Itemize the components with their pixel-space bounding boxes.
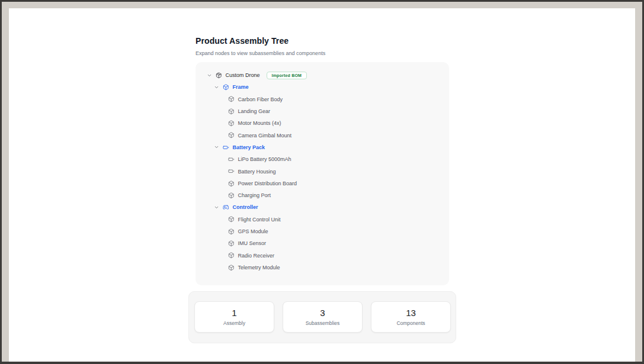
node-label: Charging Port xyxy=(238,192,271,198)
node-label: Battery Housing xyxy=(238,169,276,175)
box-icon xyxy=(228,265,235,271)
expander[interactable] xyxy=(207,73,212,78)
tree-node-component[interactable]: Motor Mounts (4x) xyxy=(196,117,449,129)
stat-value: 13 xyxy=(406,308,416,318)
tree-node-component[interactable]: Carbon Fiber Body xyxy=(196,94,449,105)
tree-node-subassembly[interactable]: Controller xyxy=(196,201,449,213)
stat-label: Components xyxy=(396,320,425,326)
tree-node-component[interactable]: Charging Port xyxy=(196,189,449,201)
node-label: Flight Control Unit xyxy=(238,217,281,223)
battery-icon xyxy=(223,144,229,151)
tree-node-component[interactable]: Camera Gimbal Mount xyxy=(196,129,449,141)
tree-node-component[interactable]: Landing Gear xyxy=(196,105,449,117)
page-title: Product Assembly Tree xyxy=(196,36,462,46)
box-icon xyxy=(228,181,235,187)
battery-icon-wrap xyxy=(228,168,235,175)
stat-card-assembly: 1 Assembly xyxy=(194,301,274,333)
battery-icon xyxy=(228,168,235,175)
stats-strip: 1 Assembly 3 Subassemblies 13 Components xyxy=(188,291,456,343)
expander[interactable] xyxy=(214,144,219,150)
gamepad-icon xyxy=(223,204,229,211)
tree-node-component[interactable]: Flight Control Unit xyxy=(196,214,449,226)
node-label: Carbon Fiber Body xyxy=(238,96,283,102)
stat-value: 3 xyxy=(320,308,325,318)
tree-node-component[interactable]: Battery Housing xyxy=(196,165,449,177)
node-label: Battery Pack xyxy=(233,144,265,150)
window-frame: Product Assembly Tree Expand nodes to vi… xyxy=(2,2,642,362)
box-icon-wrap xyxy=(228,120,235,127)
stat-card-components: 13 Components xyxy=(371,301,451,333)
box-icon-wrap xyxy=(228,252,235,259)
node-label: Custom Drone xyxy=(226,72,260,78)
tree-node-assembly[interactable]: Custom DroneImported BOM xyxy=(196,69,449,81)
box-icon xyxy=(228,96,235,102)
box-icon-wrap xyxy=(228,181,235,187)
stat-label: Subassemblies xyxy=(306,320,340,326)
box-icon xyxy=(228,120,235,127)
node-label: Motor Mounts (4x) xyxy=(238,120,281,126)
chevron-down-icon[interactable] xyxy=(207,73,212,78)
battery-icon-wrap xyxy=(223,144,229,151)
box-icon-wrap xyxy=(228,240,235,247)
stat-label: Assembly xyxy=(223,320,245,326)
box-icon xyxy=(228,240,235,247)
box-icon-wrap xyxy=(228,96,235,102)
chevron-down-icon[interactable] xyxy=(214,85,219,90)
package-icon xyxy=(216,72,222,79)
node-label: LiPo Battery 5000mAh xyxy=(238,156,291,162)
node-label: Radio Receiver xyxy=(238,253,275,259)
box-icon xyxy=(228,132,235,138)
gamepad-icon-wrap xyxy=(223,204,229,211)
node-label: Landing Gear xyxy=(238,108,271,114)
tree-node-subassembly[interactable]: Frame xyxy=(196,81,449,93)
box-icon xyxy=(228,252,235,259)
box-icon-wrap xyxy=(228,132,235,138)
node-label: Power Distribution Board xyxy=(238,181,297,186)
tree-node-component[interactable]: Power Distribution Board xyxy=(196,178,449,189)
expander[interactable] xyxy=(214,205,219,210)
box-icon-wrap xyxy=(223,84,229,91)
page-subtitle: Expand nodes to view subassemblies and c… xyxy=(196,50,462,56)
box-icon xyxy=(228,216,235,223)
battery-icon-wrap xyxy=(228,156,235,163)
box-icon-wrap xyxy=(228,216,235,223)
node-label: Telemetry Module xyxy=(238,265,280,270)
tree-node-component[interactable]: Radio Receiver xyxy=(196,249,449,261)
box-icon xyxy=(228,192,235,199)
page-background: Product Assembly Tree Expand nodes to vi… xyxy=(9,8,635,362)
chevron-down-icon[interactable] xyxy=(214,144,219,150)
box-icon-wrap xyxy=(228,228,235,235)
node-label: Camera Gimbal Mount xyxy=(238,133,292,138)
stat-card-subassemblies: 3 Subassemblies xyxy=(283,301,363,333)
node-label: Frame xyxy=(233,84,249,90)
page-header: Product Assembly Tree Expand nodes to vi… xyxy=(196,36,462,56)
chevron-down-icon[interactable] xyxy=(214,205,219,210)
node-label: Controller xyxy=(233,204,258,210)
box-icon xyxy=(223,84,229,91)
tree-node-subassembly[interactable]: Battery Pack xyxy=(196,141,449,153)
stat-value: 1 xyxy=(232,308,236,318)
imported-bom-badge: Imported BOM xyxy=(267,72,307,79)
node-label: GPS Module xyxy=(238,228,268,234)
expander[interactable] xyxy=(214,85,219,90)
box-icon xyxy=(228,228,235,235)
tree-node-component[interactable]: GPS Module xyxy=(196,226,449,237)
tree-node-component[interactable]: Telemetry Module xyxy=(196,262,449,273)
node-label: IMU Sensor xyxy=(238,240,267,246)
box-icon-wrap xyxy=(228,192,235,199)
battery-icon xyxy=(228,156,235,163)
tree-node-component[interactable]: LiPo Battery 5000mAh xyxy=(196,153,449,165)
box-icon xyxy=(228,108,235,115)
package-icon-wrap xyxy=(216,72,222,79)
box-icon-wrap xyxy=(228,265,235,271)
box-icon-wrap xyxy=(228,108,235,115)
tree-node-component[interactable]: IMU Sensor xyxy=(196,237,449,249)
assembly-tree-panel: Custom DroneImported BOMFrameCarbon Fibe… xyxy=(196,62,449,285)
